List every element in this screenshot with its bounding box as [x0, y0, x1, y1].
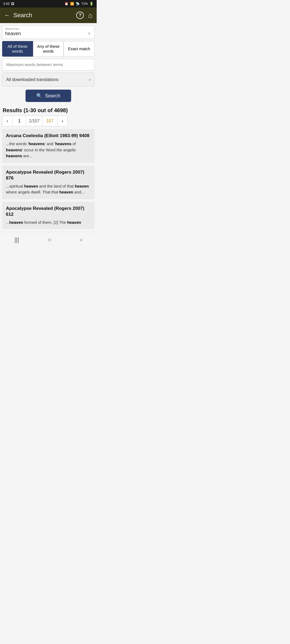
pagination-info: 1/157 [26, 116, 42, 126]
wifi-icon: 📶 [70, 2, 74, 6]
nav-menu-button[interactable]: ||| [9, 235, 24, 245]
header-left: ← Search [4, 12, 32, 19]
results-header: Results (1-30 out of 4698) [0, 106, 97, 116]
nav-home-button[interactable]: ○ [42, 235, 57, 245]
filter-all-button[interactable]: All of these words [2, 41, 33, 57]
pagination-next-button[interactable]: › [57, 116, 68, 126]
header-right: ? ⌂ [76, 11, 92, 20]
result-snippet-2: ...spiritual heaven and the land of that… [6, 183, 91, 195]
filter-exact-button[interactable]: Exact match [64, 41, 95, 57]
search-button-container: 🔍 Search [0, 90, 97, 102]
result-title-2: Apocalypse Revealed (Rogers 2007) 876 [6, 169, 91, 181]
translation-label: All downloaded translations [6, 77, 59, 82]
result-snippet-1: ...the words 'heavens' and 'heavens of h… [6, 141, 91, 159]
max-words-container [2, 59, 95, 71]
help-icon: ? [79, 13, 81, 18]
result-title-3: Apocalypse Revealed (Rogers 2007) 612 [6, 206, 91, 217]
max-words-input[interactable] [6, 62, 90, 67]
result-title-1: Arcana Coelestia (Elliott 1983-99) 9408 [6, 133, 91, 139]
result-snippet-3: ...heaven formed of them. [2] The heaven [6, 219, 91, 226]
filter-buttons: All of these words Any of these words Ex… [2, 41, 95, 57]
result-card-3[interactable]: Apocalypse Revealed (Rogers 2007) 612 ..… [2, 202, 95, 229]
bottom-nav: ||| ○ ‹ [0, 232, 97, 248]
alarm-icon: ⏰ [64, 2, 68, 6]
result-card-1[interactable]: Arcana Coelestia (Elliott 1983-99) 9408 … [2, 129, 95, 163]
translation-dropdown[interactable]: All downloaded translations › [2, 73, 95, 86]
app-header: ← Search ? ⌂ [0, 8, 97, 23]
page-title: Search [13, 12, 32, 19]
pagination-prev-button[interactable]: ‹ [2, 116, 13, 126]
pagination-current-page[interactable]: 1 [13, 116, 26, 126]
filter-any-button[interactable]: Any of these words [33, 41, 64, 57]
search-input-container: Search for... × [2, 25, 95, 39]
status-bar: 3:43 🖼 ⏰ 📶 📡 71% 🔋 [0, 0, 97, 8]
search-button[interactable]: 🔍 Search [26, 90, 71, 102]
help-button[interactable]: ? [76, 12, 84, 19]
clear-button[interactable]: × [86, 30, 92, 37]
status-time: 3:43 [3, 2, 9, 6]
battery-level: 71% [81, 2, 88, 6]
nav-back-button[interactable]: ‹ [75, 235, 88, 245]
search-input[interactable] [5, 31, 86, 36]
search-button-label: Search [45, 93, 60, 99]
status-left: 3:43 🖼 [3, 2, 14, 6]
result-card-2[interactable]: Apocalypse Revealed (Rogers 2007) 876 ..… [2, 166, 95, 199]
pagination: ‹ 1 1/157 157 › [2, 116, 95, 126]
status-right: ⏰ 📶 📡 71% 🔋 [64, 2, 93, 6]
chevron-right-icon: › [89, 77, 90, 82]
search-input-row: × [5, 30, 92, 37]
pagination-total[interactable]: 157 [42, 116, 57, 126]
back-button[interactable]: ← [4, 12, 10, 19]
signal-icon: 📡 [76, 2, 80, 6]
gallery-icon: 🖼 [11, 2, 14, 6]
home-button[interactable]: ⌂ [88, 11, 92, 20]
search-icon: 🔍 [36, 93, 42, 99]
search-label: Search for... [5, 27, 92, 30]
battery-icon: 🔋 [89, 2, 93, 6]
